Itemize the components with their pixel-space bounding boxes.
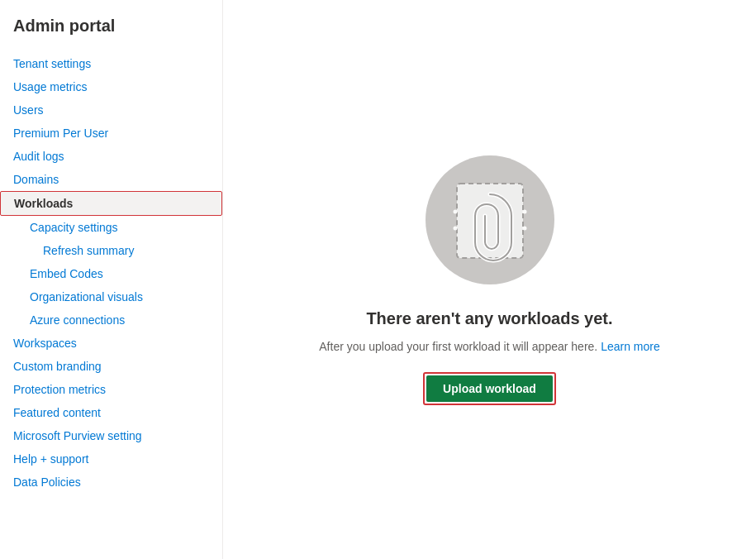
sidebar-item-microsoft-purview[interactable]: Microsoft Purview setting [0, 424, 222, 447]
sidebar-item-custom-branding[interactable]: Custom branding [0, 355, 222, 378]
upload-workload-button[interactable]: Upload workload [426, 375, 553, 402]
sidebar-item-users[interactable]: Users [0, 98, 222, 122]
workload-illustration [424, 154, 556, 286]
sidebar-link-embed-codes[interactable]: Embed Codes [0, 262, 222, 285]
svg-point-2 [453, 210, 457, 214]
sidebar: Admin portal Tenant settingsUsage metric… [0, 0, 223, 559]
svg-point-4 [453, 227, 457, 231]
sidebar-link-featured-content[interactable]: Featured content [0, 401, 222, 424]
sidebar-item-workspaces[interactable]: Workspaces [0, 332, 222, 355]
sidebar-link-data-policies[interactable]: Data Policies [0, 471, 222, 494]
sidebar-item-featured-content[interactable]: Featured content [0, 401, 222, 424]
empty-description: After you upload your first workload it … [319, 338, 659, 356]
sidebar-link-tenant-settings[interactable]: Tenant settings [0, 52, 222, 75]
sidebar-link-usage-metrics[interactable]: Usage metrics [0, 75, 222, 98]
sidebar-link-workloads[interactable]: Workloads [0, 191, 222, 216]
sidebar-link-protection-metrics[interactable]: Protection metrics [0, 378, 222, 401]
sidebar-item-organizational-visuals[interactable]: Organizational visuals [0, 285, 222, 308]
sidebar-item-usage-metrics[interactable]: Usage metrics [0, 75, 222, 98]
upload-button-wrapper: Upload workload [423, 372, 556, 405]
sidebar-item-azure-connections[interactable]: Azure connections [0, 308, 222, 332]
learn-more-link[interactable]: Learn more [601, 340, 660, 353]
sidebar-title: Admin portal [0, 17, 222, 52]
sidebar-item-data-policies[interactable]: Data Policies [0, 471, 222, 494]
sidebar-item-tenant-settings[interactable]: Tenant settings [0, 52, 222, 75]
app-container: Admin portal Tenant settingsUsage metric… [0, 0, 756, 559]
sidebar-item-embed-codes[interactable]: Embed Codes [0, 262, 222, 285]
empty-state: There aren't any workloads yet. After yo… [319, 154, 659, 405]
sidebar-item-workloads[interactable]: Workloads [0, 191, 222, 216]
sidebar-item-audit-logs[interactable]: Audit logs [0, 145, 222, 168]
svg-point-5 [522, 227, 526, 231]
sidebar-item-help-support[interactable]: Help + support [0, 447, 222, 471]
sidebar-item-premium-per-user[interactable]: Premium Per User [0, 122, 222, 145]
sidebar-link-domains[interactable]: Domains [0, 168, 222, 191]
sidebar-link-refresh-summary[interactable]: Refresh summary [0, 239, 222, 262]
sidebar-link-help-support[interactable]: Help + support [0, 447, 222, 471]
sidebar-link-premium-per-user[interactable]: Premium Per User [0, 122, 222, 145]
sidebar-link-users[interactable]: Users [0, 98, 222, 122]
main-content: There aren't any workloads yet. After yo… [223, 0, 756, 559]
sidebar-item-refresh-summary[interactable]: Refresh summary [0, 239, 222, 262]
sidebar-nav: Tenant settingsUsage metricsUsersPremium… [0, 52, 222, 494]
sidebar-link-organizational-visuals[interactable]: Organizational visuals [0, 285, 222, 308]
sidebar-link-capacity-settings[interactable]: Capacity settings [0, 216, 222, 239]
sidebar-link-audit-logs[interactable]: Audit logs [0, 145, 222, 168]
sidebar-link-workspaces[interactable]: Workspaces [0, 332, 222, 355]
sidebar-link-microsoft-purview[interactable]: Microsoft Purview setting [0, 424, 222, 447]
sidebar-item-protection-metrics[interactable]: Protection metrics [0, 378, 222, 401]
empty-title: There aren't any workloads yet. [366, 309, 612, 328]
svg-point-3 [522, 210, 526, 214]
sidebar-item-domains[interactable]: Domains [0, 168, 222, 191]
sidebar-link-azure-connections[interactable]: Azure connections [0, 308, 222, 332]
sidebar-link-custom-branding[interactable]: Custom branding [0, 355, 222, 378]
sidebar-item-capacity-settings[interactable]: Capacity settings [0, 216, 222, 239]
